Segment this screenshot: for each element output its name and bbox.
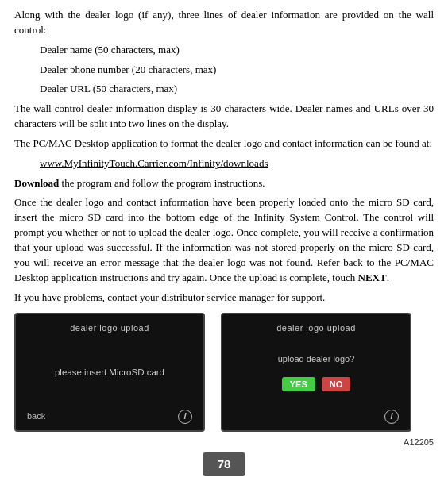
screen-left-footer: back i xyxy=(24,410,195,424)
dealer-phone-item: Dealer phone number (20 characters, max) xyxy=(14,63,434,78)
display-width-paragraph: The wall control dealer information disp… xyxy=(14,102,434,132)
screen-right: dealer logo upload upload dealer logo? Y… xyxy=(221,313,411,432)
link-paragraph: www.MyInfinityTouch.Carrier.com/Infinity… xyxy=(14,156,434,171)
info-icon-left: i xyxy=(178,410,192,424)
page-number-bar: 78 xyxy=(14,452,434,476)
screen-left-message: please insert MicroSD card xyxy=(55,366,164,379)
screen-right-body: upload dealer logo? YES NO xyxy=(230,335,402,410)
download-bold-label: Download xyxy=(14,177,59,189)
next-bold: NEXT xyxy=(358,271,387,283)
page-number: 78 xyxy=(203,452,245,476)
no-button[interactable]: NO xyxy=(322,377,351,391)
screen-right-footer: i xyxy=(230,410,402,424)
screen-left: dealer logo upload please insert MicroSD… xyxy=(14,313,205,432)
info-icon-right: i xyxy=(384,410,399,424)
support-paragraph: If you have problems, contact your distr… xyxy=(14,290,434,306)
upload-instructions-end: . xyxy=(387,271,389,283)
screen-left-title: dealer logo upload xyxy=(70,322,149,335)
back-label: back xyxy=(27,410,45,423)
download-rest: the program and follow the program instr… xyxy=(59,177,265,189)
upload-instructions-text: Once the dealer logo and contact informa… xyxy=(14,196,434,283)
dealer-url-item: Dealer URL (50 characters, max) xyxy=(14,82,434,97)
upload-instructions-paragraph: Once the dealer logo and contact informa… xyxy=(14,195,434,285)
yes-button[interactable]: YES xyxy=(282,377,315,391)
intro-paragraph: Along with the dealer logo (if any), thr… xyxy=(14,8,434,38)
screen-left-body: please insert MicroSD card xyxy=(24,335,195,410)
dealer-name-item: Dealer name (50 characters, max) xyxy=(14,43,434,58)
screen-right-title: dealer logo upload xyxy=(276,322,356,335)
main-content: Along with the dealer logo (if any), thr… xyxy=(14,8,434,476)
infinity-link[interactable]: www.MyInfinityTouch.Carrier.com/Infinity… xyxy=(40,157,268,169)
upload-prompt: upload dealer logo? xyxy=(278,353,355,366)
app-intro-paragraph: The PC/MAC Desktop application to format… xyxy=(14,137,434,152)
download-paragraph: Download the program and follow the prog… xyxy=(14,176,434,191)
yes-no-buttons: YES NO xyxy=(282,377,351,391)
screens-row: dealer logo upload please insert MicroSD… xyxy=(14,313,434,432)
a-code-label: A12205 xyxy=(14,437,434,449)
